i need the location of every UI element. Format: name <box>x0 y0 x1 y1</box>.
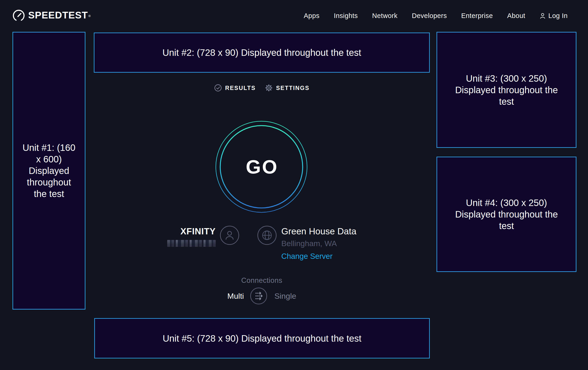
globe-icon <box>257 226 277 245</box>
connection-info-row: XFINITY Green Hous <box>94 226 430 261</box>
nav-item-developers[interactable]: Developers <box>412 12 447 20</box>
isp-person-icon <box>220 226 239 245</box>
ad-unit-3[interactable]: Unit #3: (300 x 250) Displayed throughou… <box>437 32 577 148</box>
tab-results[interactable]: RESULTS <box>214 84 256 92</box>
ad-unit-label: Unit #3: (300 x 250) Displayed throughou… <box>451 73 562 107</box>
ad-unit-4[interactable]: Unit #4: (300 x 250) Displayed throughou… <box>437 157 577 272</box>
go-label: GO <box>210 116 313 218</box>
ad-unit-label: Unit #5: (728 x 90) Displayed throughout… <box>163 333 361 344</box>
gear-icon <box>265 84 273 92</box>
ad-unit-label: Unit #1: (160 x 600) Displayed throughou… <box>21 142 77 200</box>
multi-arrows-icon <box>256 292 262 300</box>
ad-unit-5[interactable]: Unit #5: (728 x 90) Displayed throughout… <box>94 318 430 359</box>
connections-multi-label[interactable]: Multi <box>227 291 244 300</box>
connections-toggle[interactable] <box>250 287 267 305</box>
nav-item-network[interactable]: Network <box>372 12 398 20</box>
login-button[interactable]: Log In <box>539 12 568 20</box>
user-icon <box>539 12 546 19</box>
speedtest-page: SPEEDTEST® Apps Insights Network Develop… <box>0 0 588 370</box>
change-server-link[interactable]: Change Server <box>281 252 333 261</box>
connections-single-label[interactable]: Single <box>274 291 296 300</box>
nav-item-apps[interactable]: Apps <box>304 12 319 20</box>
login-label: Log In <box>548 12 568 20</box>
nav-item-enterprise[interactable]: Enterprise <box>461 12 493 20</box>
top-nav: Apps Insights Network Developers Enterpr… <box>304 10 568 22</box>
brand-logo[interactable]: SPEEDTEST® <box>13 10 91 22</box>
ad-unit-2[interactable]: Unit #2: (728 x 90) Displayed throughout… <box>94 32 430 73</box>
nav-item-about[interactable]: About <box>507 12 525 20</box>
server-name: Green House Data <box>281 226 356 237</box>
isp-block: XFINITY <box>167 226 239 261</box>
check-circle-icon <box>214 84 222 92</box>
ad-unit-1[interactable]: Unit #1: (160 x 600) Displayed throughou… <box>12 32 85 310</box>
ad-unit-label: Unit #2: (728 x 90) Displayed throughout… <box>162 47 361 58</box>
tab-results-label: RESULTS <box>225 85 256 91</box>
gauge-icon <box>13 10 25 22</box>
server-block: Green House Data Bellingham, WA Change S… <box>257 226 356 261</box>
connections-label: Connections <box>94 276 430 285</box>
view-tabs: RESULTS <box>94 84 430 92</box>
ad-unit-label: Unit #4: (300 x 250) Displayed throughou… <box>451 197 562 232</box>
server-location: Bellingham, WA <box>281 239 337 248</box>
isp-name: XFINITY <box>180 226 216 237</box>
connections-toggle-row: Multi Single <box>94 287 430 305</box>
redacted-ip <box>167 240 216 247</box>
trademark-mark: ® <box>88 10 91 22</box>
brand-wordmark: SPEEDTEST® <box>28 9 91 22</box>
tab-settings[interactable]: SETTINGS <box>265 84 309 92</box>
nav-item-insights[interactable]: Insights <box>334 12 358 20</box>
go-button[interactable]: GO <box>210 116 313 218</box>
tab-settings-label: SETTINGS <box>276 85 309 91</box>
